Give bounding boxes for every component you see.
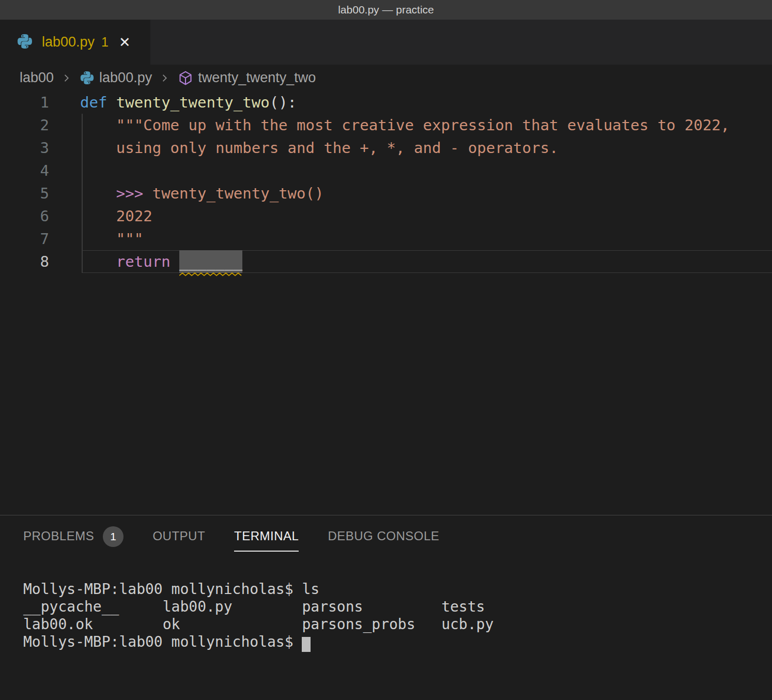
code-line[interactable]: 1def twenty_twenty_two(): [0,91,772,114]
editor-tab-bar: lab00.py 1 ✕ [0,20,772,65]
panel-tab-terminal[interactable]: TERMINAL [234,529,299,552]
code-text: using only numbers and the +, *, and - o… [49,136,558,159]
code-text: """ [49,227,143,250]
titlebar: lab00.py — practice [0,0,772,20]
breadcrumb-file[interactable]: lab00.py [80,70,152,86]
code-text: """Come up with the most creative expres… [49,114,730,136]
terminal[interactable]: Mollys-MBP:lab00 mollynicholas$ ls__pyca… [23,581,493,651]
python-icon [80,70,95,85]
code-line[interactable]: 8 return _______ [0,250,772,273]
line-number: 3 [0,136,49,159]
chevron-right-icon [61,72,72,84]
line-number: 7 [0,227,49,250]
vscode-window: lab00.py — practice lab00.py 1 ✕ lab00 [0,0,772,700]
code-line[interactable]: 4 [0,159,772,182]
code-text [49,159,80,182]
warning-squiggle-icon [179,272,242,277]
code-line[interactable]: 5 >>> twenty_twenty_two() [0,182,772,205]
panel-tab-label: TERMINAL [234,529,299,543]
code-text: return _______ [49,250,242,273]
terminal-line: lab00.ok ok parsons_probs ucb.py [23,616,493,633]
code-line[interactable]: 7 """ [0,227,772,250]
terminal-line: __pycache__ lab00.py parsons tests [23,598,493,616]
panel-tab-problems[interactable]: PROBLEMS1 [23,529,123,552]
panel-tab-output[interactable]: OUTPUT [152,529,205,552]
panel-tab-bar: PROBLEMS1OUTPUTTERMINALDEBUG CONSOLE [23,529,439,552]
close-icon[interactable]: ✕ [119,34,131,51]
terminal-line: Mollys-MBP:lab00 mollynicholas$ ls [23,581,493,598]
panel-tab-label: OUTPUT [152,529,205,543]
return-placeholder: _______ [179,250,242,273]
indent-guide [82,114,83,273]
panel-tab-label: DEBUG CONSOLE [328,529,439,543]
line-number: 6 [0,205,49,227]
tab-lab00py[interactable]: lab00.py 1 ✕ [0,20,150,65]
line-number: 2 [0,114,49,136]
line-number: 1 [0,91,49,114]
line-number: 5 [0,182,49,205]
symbol-cube-icon [178,70,193,86]
code-line[interactable]: 3 using only numbers and the +, *, and -… [0,136,772,159]
code-line[interactable]: 6 2022 [0,205,772,227]
code-line[interactable]: 2 """Come up with the most creative expr… [0,114,772,136]
code-lines: 1def twenty_twenty_two():2 """Come up wi… [0,91,772,273]
tab-filename: lab00.py [42,34,95,50]
code-text: >>> twenty_twenty_two() [49,182,323,205]
terminal-cursor [302,637,311,652]
code-text: 2022 [49,205,152,227]
line-number: 4 [0,159,49,182]
bottom-panel: PROBLEMS1OUTPUTTERMINALDEBUG CONSOLE Mol… [0,515,772,700]
window-title: lab00.py — practice [338,4,434,16]
python-icon [17,33,33,52]
line-number: 8 [0,250,49,273]
breadcrumb-folder[interactable]: lab00 [20,70,54,86]
code-text: def twenty_twenty_two(): [49,91,297,114]
panel-tab-label: PROBLEMS [23,529,94,543]
breadcrumb: lab00 lab00.py twenty_twenty_two [0,65,772,91]
terminal-line: Mollys-MBP:lab00 mollynicholas$ [23,633,493,651]
tab-problem-count: 1 [101,35,109,50]
problems-count-badge: 1 [103,526,123,547]
chevron-right-icon [159,72,171,84]
breadcrumb-symbol[interactable]: twenty_twenty_two [178,70,316,86]
panel-tab-debug-console[interactable]: DEBUG CONSOLE [328,529,439,552]
code-editor[interactable]: 1def twenty_twenty_two():2 """Come up wi… [0,91,772,515]
